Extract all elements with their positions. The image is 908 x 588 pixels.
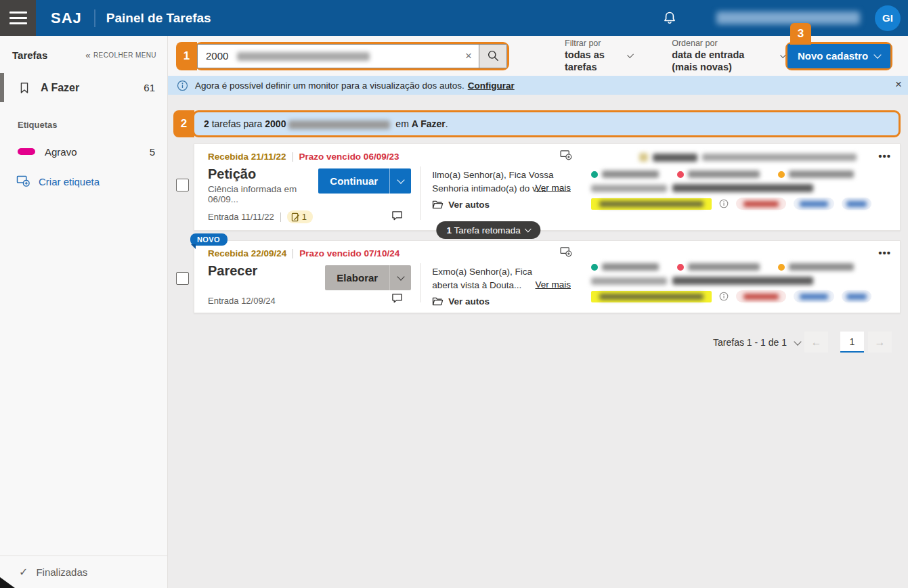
search-button[interactable] — [479, 45, 506, 68]
see-more-link[interactable]: Ver mais — [535, 279, 571, 290]
participant-chip — [778, 263, 854, 271]
green-dot-icon — [591, 171, 598, 178]
sort-label: Ordenar por — [672, 39, 772, 49]
chevron-down-icon[interactable] — [794, 338, 801, 345]
finished-tasks-button[interactable]: ✓ Finalizadas — [0, 556, 167, 588]
redacted-blue-tag — [794, 198, 834, 210]
sidebar-item-label: A Fazer — [41, 82, 144, 94]
divider — [280, 212, 281, 222]
collapse-menu-button[interactable]: « RECOLHER MENU — [85, 50, 156, 60]
configure-link[interactable]: Configurar — [468, 81, 515, 91]
sidebar: Tarefas « RECOLHER MENU A Fazer 61 Etiqu… — [0, 36, 168, 588]
task-card-parecer: NOVO Recebida 22/09/24 Prazo vencido 07/… — [194, 240, 901, 313]
search-input[interactable] — [198, 45, 458, 68]
elaborate-button[interactable]: Elaborar — [325, 265, 411, 290]
process-meta-line — [591, 290, 871, 302]
results-callout-ring: 2 2 tarefas para 2000 em A Fazer. — [192, 110, 901, 137]
redacted-red-tag — [736, 198, 786, 210]
callout-step-3: 3 — [790, 23, 811, 45]
button-dropdown[interactable] — [389, 168, 411, 194]
task-checkbox[interactable] — [176, 272, 189, 285]
tag-color-swatch — [18, 148, 35, 155]
red-dot-icon — [677, 171, 684, 178]
redacted-participant — [789, 263, 854, 271]
highlighted-process-number — [591, 291, 712, 302]
chevron-down-icon — [397, 273, 404, 280]
received-date: Recebida 21/11/22 — [208, 152, 286, 162]
comment-icon[interactable] — [391, 293, 403, 304]
green-dot-icon — [591, 264, 598, 271]
clear-search-icon[interactable]: × — [458, 45, 479, 68]
redacted-process-number — [288, 120, 390, 129]
search-icon — [487, 49, 500, 62]
results-tab: A Fazer — [412, 118, 446, 129]
view-case-files-link[interactable]: Ver autos — [432, 200, 572, 210]
info-circle-icon[interactable] — [719, 199, 729, 208]
next-page-button[interactable]: → — [868, 332, 892, 353]
tag-label: Agravo — [45, 146, 150, 158]
participants — [591, 171, 871, 178]
see-more-link[interactable]: Ver mais — [535, 183, 571, 193]
redacted-class — [591, 277, 667, 285]
user-avatar[interactable]: GI — [875, 5, 901, 31]
redacted-header-text — [716, 12, 860, 24]
task-title: Petição — [208, 166, 318, 182]
resumed-task-pill[interactable]: 1 Tarefa retomada — [436, 221, 540, 239]
participant-chip — [778, 171, 854, 178]
folder-open-icon — [432, 296, 444, 306]
entry-date: Entrada 12/09/24 — [208, 296, 276, 306]
monitor-add-icon[interactable] — [560, 150, 572, 160]
redacted-subject-bold — [672, 184, 813, 192]
sort-value: data de entrada (mais novas) — [672, 49, 772, 73]
comment-icon[interactable] — [391, 210, 403, 221]
view-case-files-label: Ver autos — [448, 200, 490, 210]
more-options-icon[interactable]: ••• — [878, 248, 891, 258]
task-card-peticao: Recebida 21/11/22 Prazo vencido 06/09/23… — [194, 143, 901, 231]
task-row: NOVO Recebida 22/09/24 Prazo vencido 07/… — [168, 240, 908, 313]
notes-badge[interactable]: 1 — [287, 210, 313, 223]
notifications-bell-icon[interactable] — [661, 9, 678, 27]
sidebar-item-count: 61 — [144, 82, 155, 93]
redacted-blue-tag — [842, 198, 871, 210]
continue-button[interactable]: Continuar — [318, 168, 411, 194]
new-record-label: Novo cadastro — [798, 50, 868, 62]
due-date: Prazo vencido 06/09/23 — [299, 152, 399, 162]
redacted-sender-line — [591, 153, 857, 162]
divider — [293, 152, 293, 162]
filter-dropdown[interactable]: Filtrar por todas as tarefas — [565, 39, 632, 74]
info-circle-icon[interactable] — [719, 292, 729, 301]
notes-count: 1 — [302, 212, 307, 222]
resumed-label: Tarefa retomada — [452, 225, 521, 235]
chevron-down-icon — [525, 226, 532, 233]
previous-page-button[interactable]: ← — [804, 332, 828, 353]
filter-label: Filtrar por — [565, 39, 619, 49]
resumed-count: 1 — [446, 225, 452, 235]
finished-label: Finalizadas — [36, 566, 87, 578]
create-tag-button[interactable]: Criar etiqueta — [0, 166, 167, 196]
participants — [591, 263, 871, 271]
redacted-participant — [688, 263, 760, 271]
filter-value: todas as tarefas — [565, 49, 619, 73]
cursor-artifact — [0, 577, 15, 588]
sidebar-item-a-fazer[interactable]: A Fazer 61 — [0, 73, 167, 102]
monitor-add-icon[interactable] — [560, 247, 572, 257]
close-banner-icon[interactable]: × — [895, 78, 902, 91]
participant-chip — [677, 263, 760, 271]
hamburger-menu-icon[interactable] — [0, 0, 36, 36]
search-box: × — [197, 44, 507, 68]
sort-dropdown[interactable]: Ordenar por data de entrada (mais novas) — [672, 39, 785, 74]
task-checkbox[interactable] — [176, 179, 189, 191]
button-dropdown[interactable] — [389, 265, 411, 290]
sender-icon — [639, 153, 648, 162]
redacted-participant — [602, 171, 659, 178]
toolbar: 1 × Filtrar por todas as tarefas Orde — [168, 36, 908, 76]
view-case-files-link[interactable]: Ver autos — [432, 296, 572, 307]
current-page-button[interactable]: 1 — [840, 332, 864, 353]
task-title: Parecer — [208, 263, 325, 279]
divider — [293, 249, 293, 258]
more-options-icon[interactable]: ••• — [878, 151, 891, 161]
tag-count: 5 — [150, 146, 155, 158]
new-record-button[interactable]: Novo cadastro — [787, 44, 890, 68]
folder-open-icon — [432, 200, 444, 209]
sidebar-tag-agravo[interactable]: Agravo 5 — [0, 137, 167, 166]
